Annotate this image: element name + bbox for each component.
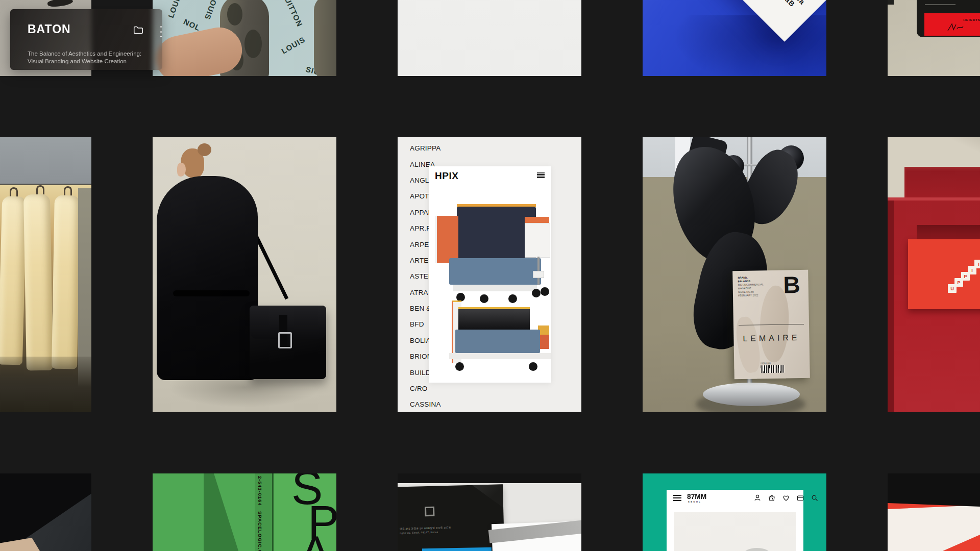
caster-wheel (508, 294, 517, 303)
brand-list-item: AGRIPPA (410, 140, 441, 156)
box-side-fold (888, 201, 894, 412)
black-envelope: 대로 461 운현궁 SK HUB빌딩 102동 407호 ngno-gu, S… (398, 484, 505, 551)
sesa-lab-wordmark: SESa LaB (779, 0, 807, 13)
folder-icon[interactable] (133, 24, 144, 36)
magazine-b-logo: B (783, 271, 800, 299)
armchair-right-arm-top (525, 217, 549, 223)
suede-bag (250, 306, 326, 379)
hero-photo (674, 512, 796, 551)
armchair-seat (449, 258, 541, 285)
red-box-lid (904, 167, 980, 201)
fold-crease (272, 473, 274, 551)
barcode-text: ISSN 2383 (761, 362, 784, 365)
hamburger-menu-icon (673, 495, 681, 501)
brand-list-item: CASSINA (410, 396, 441, 412)
chrome-table-top (703, 383, 800, 406)
card-shadow (673, 15, 826, 76)
hpix-product-card: HPIX (429, 166, 551, 383)
87mm-seoul-label: SEOUL (688, 500, 701, 503)
kebab-menu-icon[interactable] (157, 25, 164, 38)
tile-glove-lemaire-photo[interactable]: BRAND. BALANCE. B'S UNCOMMERCIAL MAGAZIN… (643, 137, 826, 412)
lemaire-title: LEMAIRE (733, 333, 809, 344)
baton-overlay-panel: BATON The Balance of Aesthetics and Engi… (10, 9, 162, 70)
tile-dark-fabric-photo[interactable] (0, 473, 91, 551)
signature-scribble (946, 22, 964, 33)
dark-clothes (0, 357, 91, 412)
baton-subtitle: The Balance of Aesthetics and Engineerin… (28, 50, 154, 65)
pocket-shadow (917, 225, 980, 240)
tile-heights-device[interactable]: HEIGHTS (888, 0, 980, 76)
daybed-back-cushion (458, 309, 530, 330)
tattoo-mark (244, 30, 262, 58)
tile-red-box-uppit[interactable]: U P P I T (888, 137, 980, 412)
magazine-b-lemaire: BRAND. BALANCE. B'S UNCOMMERCIAL MAGAZIN… (732, 270, 810, 380)
tile-tattoo-shirt-photo[interactable]: LOUIS NOL LOUIS VUITTON LOUIS SIU LOUIS (153, 0, 336, 76)
caster-wheel (529, 362, 537, 371)
moodboard-grid: LOUIS NOL LOUIS VUITTON LOUIS SIU LOUIS … (0, 0, 980, 551)
tattoo-mark (227, 3, 242, 26)
87mm-site-mockup: 87MM SEOUL (667, 490, 803, 551)
hpix-logo: HPIX (435, 170, 458, 182)
kiaf-card: KIAF (492, 521, 581, 551)
daybed-orange-block (540, 335, 549, 349)
stair-letter: T (974, 260, 980, 268)
caster-wheel (480, 294, 488, 303)
hair-bun (198, 143, 211, 156)
card-icon (796, 494, 804, 502)
tile-woman-with-bag-photo[interactable] (153, 137, 336, 412)
hamburger-menu-icon (537, 172, 545, 178)
account-icon (753, 494, 762, 502)
armchair-back-cushion (457, 207, 536, 261)
armchair-right-arm-cube (525, 223, 550, 258)
tattooed-arm-2 (314, 0, 336, 76)
coat-belt (173, 290, 250, 296)
square-logo (425, 507, 434, 516)
top-shadow-band (398, 473, 581, 483)
address-text: 대로 461 운현궁 SK HUB빌딩 102동 407호 ngno-gu, S… (400, 525, 451, 535)
armchair-base (453, 285, 537, 291)
tile-hpix-website[interactable]: AGRIPPA ALINEA ANGLE APOTH APPAR APR.RO … (398, 137, 581, 412)
search-icon (811, 494, 819, 502)
baton-title: BATON (28, 22, 71, 36)
dark-corner (888, 0, 894, 5)
daybed-seat-cushion (455, 330, 540, 353)
basket-icon (768, 494, 776, 502)
tile-kiaf-stationery[interactable]: 대로 461 운현궁 SK HUB빌딩 102동 407호 ngno-gu, S… (398, 473, 581, 551)
black-coat (157, 176, 258, 380)
cover-masthead-text: BRAND. BALANCE. B'S UNCOMMERCIAL MAGAZIN… (738, 276, 764, 297)
tile-blank-page[interactable] (398, 0, 581, 76)
model-cap (744, 548, 770, 551)
black-device: HEIGHTS (917, 0, 980, 37)
envelope-fold (472, 484, 503, 509)
bag-buckle (278, 332, 292, 348)
caster-wheel (455, 362, 464, 371)
tile-wardrobe-shirts-photo[interactable] (0, 137, 91, 412)
caster-wheel (541, 287, 549, 296)
barcode (761, 365, 784, 373)
hanging-shirt (0, 196, 27, 365)
hanging-shirt (23, 194, 53, 371)
brand-list-item: C/RO (410, 381, 441, 396)
tile-red-white-graphic[interactable] (888, 473, 980, 551)
caster-wheel (532, 289, 541, 297)
blank-surface (398, 0, 581, 76)
spine-domain: SPACELOGIC.C (257, 511, 263, 551)
wardrobe-top-panel (0, 137, 91, 185)
tile-87mm-website[interactable]: 87MM SEOUL (643, 473, 826, 551)
armchair-left-arm (435, 216, 458, 263)
spine-phone-number: 2-543-0164 (257, 476, 263, 506)
leg-clamp (533, 271, 544, 278)
hanging-shirt (52, 195, 80, 369)
tile-spacelogic-green[interactable]: 2-543-0164 SPACELOGIC.C S P A (153, 473, 336, 551)
tile-sesa-lab-card[interactable]: SESa LaB (643, 0, 826, 76)
87mm-logo: 87MM (687, 492, 706, 500)
daybed-base (449, 353, 551, 359)
wishlist-heart-icon (782, 494, 790, 502)
heights-label: HEIGHTS (963, 18, 980, 21)
blue-edge (422, 547, 492, 551)
site-header: 87MM SEOUL (667, 490, 803, 506)
red-screen: HEIGHTS (924, 13, 980, 36)
big-letter: A (300, 533, 331, 551)
device-text-line (925, 4, 955, 5)
